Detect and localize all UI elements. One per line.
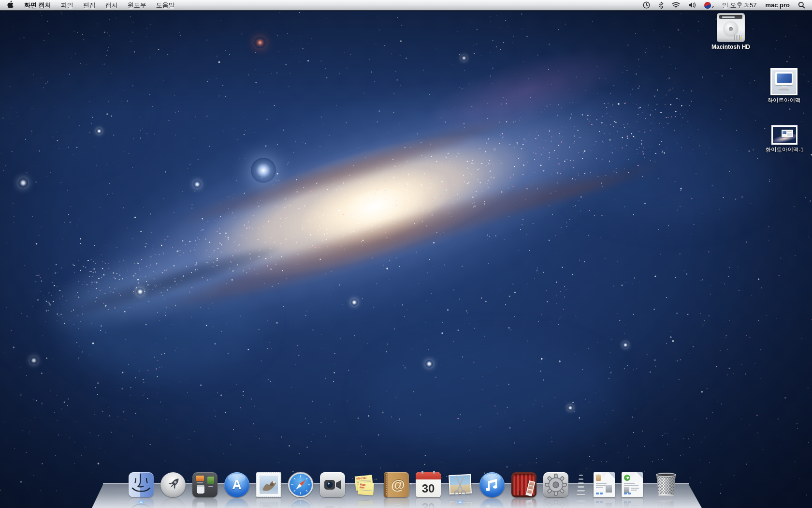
document-page: [594, 472, 615, 497]
menu-bar: 화면 캡처 파일 편집 캡처 윈도우 도움말: [0, 0, 812, 11]
bright-star: [254, 37, 266, 48]
bright-star: [567, 405, 573, 411]
dock-item-finder[interactable]: [129, 472, 154, 497]
dock-item-stickies[interactable]: 555-7361 Eggs Milk: [352, 472, 377, 497]
hard-drive-icon: [717, 13, 745, 42]
desktop-icon-label: 화이트아이맥: [755, 97, 812, 104]
music-note-icon: [479, 472, 505, 497]
sticky-note: Eggs Milk: [358, 482, 374, 495]
dock-item-document-2[interactable]: [622, 472, 643, 497]
bright-star: [351, 299, 358, 306]
bright-star: [18, 178, 28, 188]
trash-mesh: [656, 476, 676, 494]
dock-item-address-book[interactable]: @: [384, 472, 409, 497]
dock-item-safari[interactable]: [288, 472, 313, 497]
menu-clock[interactable]: 일 오후 3:57: [718, 1, 761, 10]
volume-icon[interactable]: [684, 0, 700, 10]
gear-icon: [543, 472, 568, 497]
dock-item-app-store[interactable]: A: [224, 472, 249, 497]
menu-help[interactable]: 도움말: [151, 0, 180, 10]
dock-item-launchpad[interactable]: [160, 472, 186, 497]
desktop-icon-white-imac-1[interactable]: 화이트아이맥-1: [755, 125, 812, 153]
bluetooth-icon[interactable]: [654, 0, 667, 10]
time-machine-icon[interactable]: [638, 0, 654, 10]
trash-base: [658, 494, 674, 497]
menu-edit[interactable]: 편집: [78, 0, 101, 10]
bright-star: [425, 360, 433, 368]
wifi-icon[interactable]: [667, 0, 684, 10]
bright-star: [461, 55, 467, 61]
bright-star: [96, 128, 102, 134]
download-emblem: [624, 475, 630, 481]
input-source-subscript: 2: [711, 5, 713, 9]
scissors-icon: [448, 472, 473, 497]
menu-capture[interactable]: 캡처: [101, 0, 123, 10]
desktop-icon-macintosh-hd[interactable]: Macintosh HD: [702, 13, 760, 50]
menu-bar-right: 2 일 오후 3:57 mac pro: [638, 0, 812, 10]
bright-star: [193, 180, 201, 188]
dock-item-facetime[interactable]: [320, 472, 345, 497]
bright-star: [251, 158, 276, 183]
image-thumbnail-icon: [770, 68, 798, 95]
dock-separator: [575, 472, 587, 497]
calendar-day: 30: [416, 479, 441, 497]
menu-app-name[interactable]: 화면 캡처: [19, 0, 56, 10]
dock-item-system-preferences[interactable]: [543, 472, 568, 497]
document-page: [622, 472, 643, 497]
trash-rim: [656, 473, 676, 477]
dock-item-document-1[interactable]: [594, 472, 615, 497]
dock-item-preview[interactable]: [448, 472, 473, 497]
bright-star: [136, 288, 144, 296]
calendar-header: [416, 472, 441, 479]
desktop-icon-white-imac[interactable]: 화이트아이맥: [755, 68, 812, 104]
bright-star: [623, 342, 628, 348]
stamp-eagle-icon: [260, 476, 278, 494]
desktop-icon-label: Macintosh HD: [702, 44, 760, 50]
spotlight-icon[interactable]: [794, 0, 812, 10]
dock-item-itunes[interactable]: [479, 472, 505, 497]
dock-item-mission-control[interactable]: [192, 472, 218, 497]
desktop-icon-label: 화이트아이맥-1: [755, 146, 812, 153]
app-store-a-glyph: A: [224, 472, 249, 497]
dock-item-trash[interactable]: [654, 472, 678, 497]
menu-file[interactable]: 파일: [56, 0, 78, 10]
fast-user-switching[interactable]: mac pro: [761, 1, 794, 9]
apple-logo-icon: [7, 0, 14, 10]
at-symbol: @: [384, 472, 409, 497]
menu-window[interactable]: 윈도우: [123, 0, 151, 10]
taegeuk-icon: [704, 2, 711, 9]
apple-menu[interactable]: [0, 0, 19, 10]
korean-input-icon[interactable]: 2: [700, 0, 717, 10]
dock-icons-row: A: [129, 472, 678, 497]
dock-item-mail[interactable]: [256, 472, 281, 497]
bright-star: [30, 357, 38, 364]
image-thumbnail-icon: [771, 125, 798, 145]
stacks-emblem: [596, 475, 601, 481]
dock-item-ical[interactable]: 30: [416, 472, 441, 497]
starfield: [0, 0, 812, 508]
dock-item-photo-booth[interactable]: [511, 472, 536, 497]
menu-bar-left: 화면 캡처 파일 편집 캡처 윈도우 도움말: [0, 0, 180, 10]
